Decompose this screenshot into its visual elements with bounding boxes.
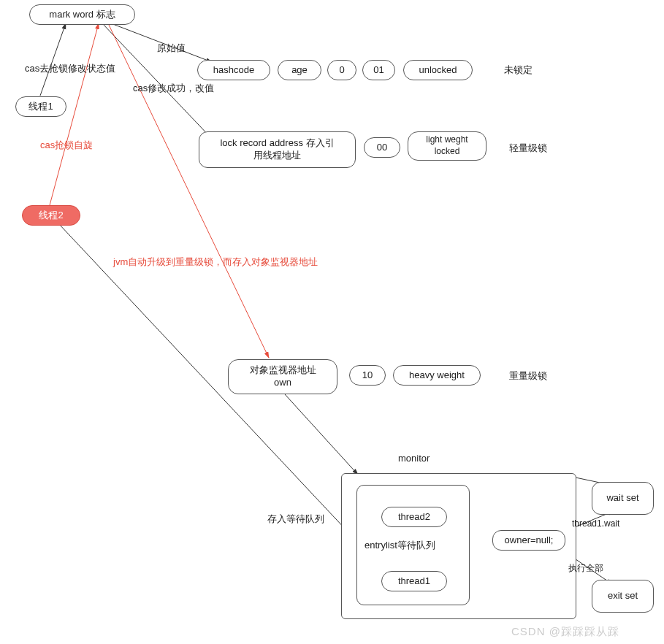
node-zero: 0 <box>327 60 356 80</box>
edge-original: 原始值 <box>157 42 186 55</box>
thread2-label: 线程2 <box>39 210 63 222</box>
zo-label: 01 <box>373 64 383 77</box>
mon10-label: 10 <box>362 369 373 382</box>
edge-thread1wait: thread1.wait <box>572 518 619 529</box>
lr00-label: 00 <box>377 142 387 154</box>
monaddr-label: 对象监视器地址 own <box>250 364 316 389</box>
hashcode-label: hashcode <box>213 64 254 77</box>
node-exitset: exit set <box>592 580 654 613</box>
node-owner: owner=null; <box>492 530 565 551</box>
edge-jvm-upgrade: jvm自动升级到重量级锁，而存入对象监视器地址 <box>113 256 318 269</box>
node-hashcode: hashcode <box>197 60 270 80</box>
diagram-canvas: mark word 标志 线程1 线程2 hashcode age 0 01 u… <box>0 0 664 644</box>
node-thread2-inner: thread2 <box>381 507 447 527</box>
zero-label: 0 <box>339 64 344 77</box>
owner-label: owner=null; <box>505 534 554 547</box>
state-heavyweight-label: 重量级锁 <box>509 369 547 383</box>
unlocked-label: unlocked <box>419 64 457 77</box>
state-unlocked-label: 未锁定 <box>504 64 533 77</box>
node-heavyweight: heavy weight <box>393 365 481 386</box>
edge-cas-success: cas修改成功，改值 <box>133 82 214 95</box>
exitset-label: exit set <box>608 590 638 602</box>
entrylist-label: entrylist等待队列 <box>365 539 435 552</box>
watermark: CSDN @踩踩踩从踩 <box>511 625 619 639</box>
th2-label: thread2 <box>398 511 430 524</box>
node-lightweight: light weght locked <box>408 131 486 161</box>
waitset-label: wait set <box>606 492 638 505</box>
node-monitor-addr: 对象监视器地址 own <box>228 359 337 394</box>
edge-cas-spin: cas抢锁自旋 <box>40 139 93 152</box>
node-thread2: 线程2 <box>22 205 80 226</box>
node-thread1-inner: thread1 <box>381 571 447 591</box>
edge-cas-grab: cas去抢锁修改状态值 <box>25 62 115 75</box>
node-10: 10 <box>349 365 386 386</box>
node-lockrecord: lock record address 存入引 用线程地址 <box>199 131 356 168</box>
node-00: 00 <box>364 137 400 158</box>
thread1-label: 线程1 <box>28 101 53 113</box>
edge-exec-all: 执行全部 <box>568 562 603 575</box>
monitor-title: monitor <box>398 453 430 464</box>
node-waitset: wait set <box>592 482 654 515</box>
age-label: age <box>291 64 308 77</box>
node-unlocked: unlocked <box>403 60 473 80</box>
markword-label: mark word 标志 <box>49 9 115 21</box>
node-markword: mark word 标志 <box>29 4 135 25</box>
lw-label: light weght locked <box>426 134 468 157</box>
lockrecord-label: lock record address 存入引 用线程地址 <box>220 137 334 162</box>
state-lightweight-label: 轻量级锁 <box>509 142 547 155</box>
node-thread1: 线程1 <box>15 96 66 117</box>
edge-enqueue: 存入等待队列 <box>267 513 324 526</box>
node-age: age <box>278 60 321 80</box>
node-01: 01 <box>362 60 395 80</box>
hw-label: heavy weight <box>409 369 465 382</box>
th1-label: thread1 <box>398 575 430 588</box>
